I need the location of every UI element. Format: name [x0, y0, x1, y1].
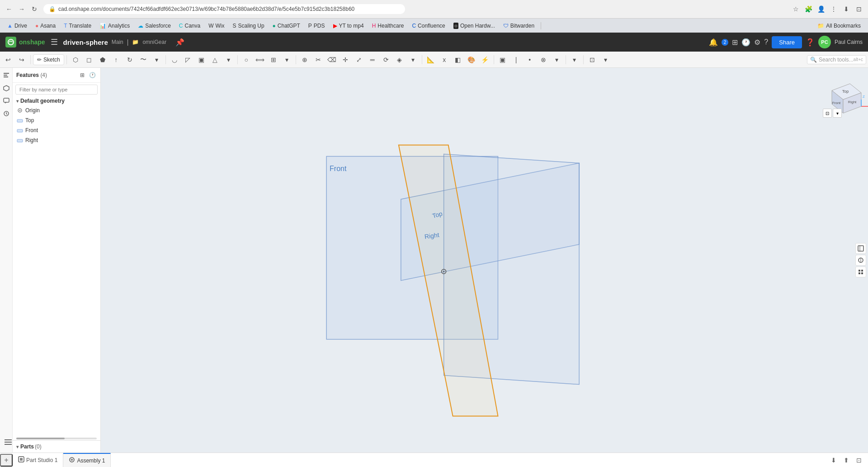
add-feature-button[interactable]: ⊞	[78, 71, 87, 80]
more-button[interactable]: ⋮	[828, 4, 839, 14]
bookmark-confluence[interactable]: C Confluence	[408, 21, 448, 30]
tool-draft[interactable]: △	[209, 53, 222, 66]
settings-icon[interactable]: ⚙	[754, 38, 760, 47]
bookmark-chatgpt[interactable]: ● ChatGPT	[269, 21, 304, 30]
tool-axis[interactable]: |	[510, 53, 523, 66]
grid-icon[interactable]: ⊞	[732, 38, 738, 47]
redo-button[interactable]: ↪	[15, 53, 28, 66]
search-tools-input[interactable]: 🔍 Search tools... alt+c	[807, 55, 866, 64]
right-panel-btn-3[interactable]	[855, 267, 866, 277]
star-button[interactable]: ☆	[790, 4, 801, 14]
tool-boolean[interactable]: ⊕	[298, 53, 311, 66]
tool-appearance[interactable]: 🎨	[465, 53, 478, 66]
tool-mirror[interactable]: ⟺	[254, 53, 266, 66]
tool-display[interactable]: ⊡	[586, 53, 599, 66]
tool-offset[interactable]: ⤢	[353, 53, 365, 66]
tool-loft[interactable]: ◈	[393, 53, 406, 66]
tool-display-dropdown[interactable]: ▾	[599, 53, 612, 66]
notifications-icon[interactable]: 🔔	[709, 38, 718, 47]
tool-2[interactable]: ◻	[83, 53, 95, 66]
cube-navigator[interactable]: Top Front Right Z X ⊡ ▾	[823, 77, 859, 113]
left-icon-parts[interactable]	[1, 83, 11, 93]
tool-delete-face[interactable]: ⌫	[326, 53, 338, 66]
tool-thicken[interactable]: ═	[366, 53, 379, 66]
tool-wrap[interactable]: ⟳	[380, 53, 392, 66]
address-bar[interactable]: 🔒 cad.onshape.com/documents/7424cf66adfd…	[43, 4, 405, 14]
bookmark-canva[interactable]: C Canva	[175, 21, 204, 30]
left-icon-history[interactable]	[1, 109, 11, 119]
tool-measure[interactable]: 📐	[425, 53, 437, 66]
tool-point[interactable]: •	[524, 53, 536, 66]
bookmark-analytics[interactable]: 📊 Analytics	[96, 21, 133, 30]
hamburger-menu[interactable]: ☰	[51, 37, 58, 47]
tool-shell[interactable]: ▣	[195, 53, 208, 66]
bottom-action-1[interactable]: ⬇	[828, 455, 839, 466]
parts-panel-header[interactable]: ▾ Parts (0)	[13, 441, 100, 453]
tool-mate-connector[interactable]: ⊗	[537, 53, 550, 66]
bookmark-translate[interactable]: T Translate	[60, 21, 95, 30]
bookmark-wix[interactable]: W Wix	[205, 21, 228, 30]
back-button[interactable]: ←	[4, 4, 14, 14]
default-geometry-header[interactable]: ▾ Default geometry	[13, 96, 100, 105]
extensions-button[interactable]: 🧩	[803, 4, 814, 14]
right-panel-btn-1[interactable]	[855, 243, 866, 254]
share-button[interactable]: Share	[772, 36, 802, 48]
pin-icon[interactable]: 📌	[175, 38, 184, 47]
bookmark-scaling-up[interactable]: S Scaling Up	[229, 21, 268, 30]
bookmark-healthcare[interactable]: H Healthcare	[368, 21, 408, 30]
tool-move[interactable]: ✛	[339, 53, 352, 66]
user-avatar[interactable]: PC	[818, 36, 831, 48]
all-bookmarks-button[interactable]: 📁 All Bookmarks	[814, 21, 864, 30]
tree-item-origin[interactable]: Origin	[13, 105, 100, 115]
tool-1[interactable]: ⬡	[69, 53, 82, 66]
download-button[interactable]: ⬇	[841, 4, 852, 14]
bookmark-pds[interactable]: P PDS	[305, 21, 329, 30]
notification-badge[interactable]: 2	[722, 39, 729, 46]
undo-button[interactable]: ↩	[2, 53, 14, 66]
help-circle-icon[interactable]: ❓	[806, 38, 815, 47]
tree-item-right[interactable]: Right	[13, 135, 100, 145]
tool-split[interactable]: ✂	[312, 53, 325, 66]
onshape-logo[interactable]: onshape	[5, 37, 45, 48]
tool-3[interactable]: ⬟	[96, 53, 109, 66]
bookmark-drive[interactable]: ▲ Drive	[4, 21, 31, 30]
tree-item-front[interactable]: Front	[13, 125, 100, 135]
tool-plane[interactable]: ▣	[496, 53, 509, 66]
bottom-action-2[interactable]: ⬆	[841, 455, 852, 466]
tool-dropdown-1[interactable]: ▾	[151, 53, 163, 66]
tool-dropdown-4[interactable]: ▾	[407, 53, 420, 66]
tool-revolve[interactable]: ↻	[123, 53, 136, 66]
add-tab-button[interactable]: +	[0, 454, 13, 467]
tab-part-studio[interactable]: Part Studio 1	[13, 453, 63, 467]
bookmark-yt-mp4[interactable]: ▶ YT to mp4	[330, 21, 368, 30]
bookmark-salesforce[interactable]: ☁ Salesforce	[134, 21, 175, 30]
tool-pattern[interactable]: ⊞	[267, 53, 280, 66]
refresh-button[interactable]: ↻	[29, 4, 40, 14]
tool-chamfer[interactable]: ◸	[182, 53, 194, 66]
tool-fillet[interactable]: ◡	[168, 53, 181, 66]
display-btn-2[interactable]: ▾	[833, 109, 842, 118]
forward-button[interactable]: →	[16, 4, 27, 14]
history-icon[interactable]: 🕐	[741, 38, 750, 47]
bookmark-asana[interactable]: ● Asana	[32, 21, 59, 30]
tool-dropdown-2[interactable]: ▾	[222, 53, 235, 66]
profile-button[interactable]: 👤	[816, 4, 826, 14]
bottom-action-3[interactable]: ⊡	[854, 455, 864, 466]
viewport[interactable]: Front Top Right Top Front Right	[101, 68, 868, 453]
bookmark-bitwarden[interactable]: 🛡 Bitwarden	[500, 21, 538, 30]
display-btn-1[interactable]: ⊡	[823, 109, 832, 118]
sketch-button[interactable]: ✏ Sketch	[33, 54, 64, 65]
left-icon-features[interactable]	[1, 71, 11, 81]
left-icon-comments[interactable]	[1, 96, 11, 106]
tool-sweep[interactable]: 〜	[137, 53, 150, 66]
history-button[interactable]: 🕐	[88, 71, 97, 80]
tab-assembly[interactable]: Assembly 1	[63, 453, 111, 467]
right-panel-btn-2[interactable]	[855, 255, 866, 266]
bookmark-open-hardw[interactable]: ○ Open Hardw...	[450, 21, 499, 30]
tool-dropdown-3[interactable]: ▾	[281, 53, 293, 66]
window-controls[interactable]: ⊡	[854, 4, 864, 14]
tool-simulation[interactable]: ⚡	[479, 53, 491, 66]
filter-input[interactable]	[15, 85, 98, 95]
tool-hole[interactable]: ○	[240, 53, 253, 66]
tree-item-top[interactable]: Top	[13, 115, 100, 125]
